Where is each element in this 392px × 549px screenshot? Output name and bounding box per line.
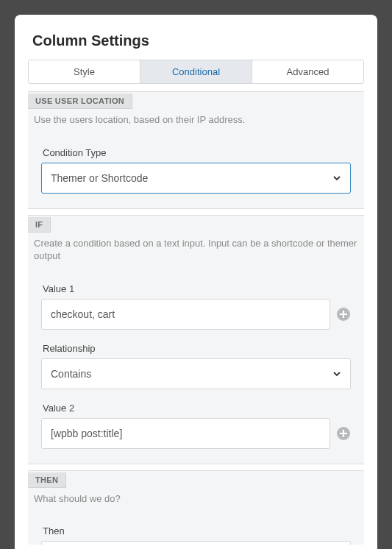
- section-header: IF: [28, 216, 364, 234]
- section-label: THEN: [28, 472, 66, 488]
- settings-scroll-area[interactable]: USE USER LOCATION Use the users location…: [28, 91, 364, 545]
- then-label: Then: [43, 525, 351, 536]
- section-header: THEN: [28, 471, 364, 489]
- tabs: Style Conditional Advanced: [28, 60, 364, 84]
- relationship-value: Contains: [51, 368, 91, 380]
- add-value1-button[interactable]: [336, 307, 351, 322]
- value1-input[interactable]: checkout, cart: [41, 299, 330, 330]
- section-desc: Create a condition based on a text input…: [28, 234, 364, 270]
- relationship-select[interactable]: Contains: [41, 358, 351, 389]
- column-settings-panel: Column Settings Style Conditional Advanc…: [15, 15, 377, 549]
- chevron-down-icon: [332, 369, 341, 378]
- value1-label: Value 1: [43, 283, 351, 294]
- section-then: THEN What should we do? Then Hide: [28, 470, 364, 545]
- page-title: Column Settings: [32, 32, 364, 49]
- section-header: USE USER LOCATION: [28, 92, 364, 110]
- relationship-label: Relationship: [43, 343, 351, 354]
- value2-label: Value 2: [43, 403, 351, 414]
- add-value2-button[interactable]: [336, 426, 351, 441]
- condition-type-select[interactable]: Themer or Shortcode: [41, 163, 351, 194]
- section-desc: What should we do?: [28, 489, 364, 513]
- section-user-location: USE USER LOCATION Use the users location…: [28, 91, 364, 209]
- value2-text: [wpbb post:title]: [51, 428, 122, 439]
- condition-type-label: Condition Type: [43, 147, 351, 158]
- tab-style[interactable]: Style: [29, 60, 140, 83]
- section-label: USE USER LOCATION: [28, 93, 132, 109]
- value1-text: checkout, cart: [51, 308, 115, 320]
- tab-advanced[interactable]: Advanced: [252, 60, 363, 83]
- then-select[interactable]: Hide: [41, 541, 351, 545]
- section-if: IF Create a condition based on a text in…: [28, 215, 364, 464]
- section-label: IF: [28, 217, 51, 233]
- tab-conditional[interactable]: Conditional: [140, 60, 252, 83]
- section-desc: Use the users location, based on their I…: [28, 110, 364, 134]
- value2-input[interactable]: [wpbb post:title]: [41, 418, 330, 449]
- condition-type-value: Themer or Shortcode: [51, 172, 148, 184]
- chevron-down-icon: [332, 174, 341, 183]
